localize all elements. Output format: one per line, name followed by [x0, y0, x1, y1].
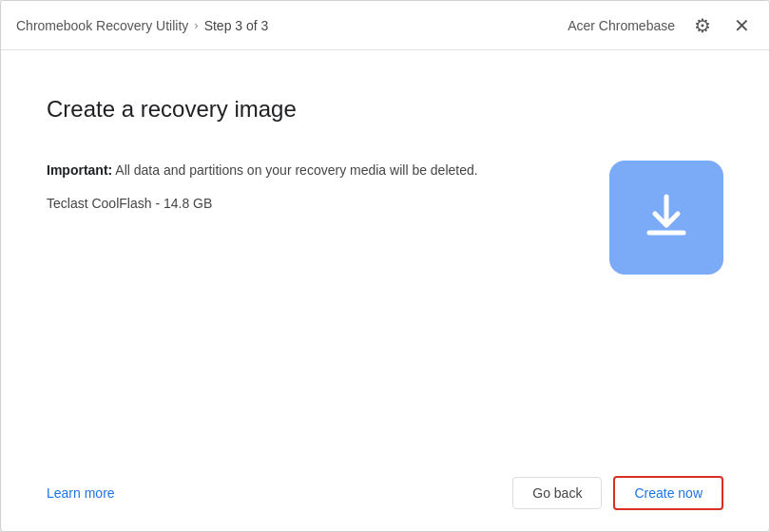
breadcrumb-chevron: › [194, 18, 198, 32]
titlebar: Chromebook Recovery Utility › Step 3 of … [1, 1, 769, 50]
footer-buttons: Go back Create now [512, 476, 723, 510]
warning-message: All data and partitions on your recovery… [112, 162, 477, 178]
footer: Learn more Go back Create now [1, 455, 769, 531]
page-title: Create a recovery image [47, 96, 723, 123]
download-icon [638, 189, 695, 246]
gear-icon: ⚙ [694, 14, 711, 37]
warning-prefix: Important: [47, 162, 112, 178]
go-back-button[interactable]: Go back [512, 477, 602, 509]
learn-more-link[interactable]: Learn more [47, 485, 115, 501]
app-name: Chromebook Recovery Utility [16, 18, 188, 33]
close-icon: ✕ [734, 14, 750, 37]
titlebar-left: Chromebook Recovery Utility › Step 3 of … [16, 18, 268, 33]
close-button[interactable]: ✕ [730, 10, 754, 41]
device-name: Acer Chromebase [568, 18, 675, 33]
main-content: Create a recovery image Important: All d… [1, 50, 769, 455]
create-now-button[interactable]: Create now [613, 476, 723, 510]
settings-button[interactable]: ⚙ [690, 10, 715, 41]
titlebar-right: Acer Chromebase ⚙ ✕ [568, 10, 754, 41]
device-info: Teclast CoolFlash - 14.8 GB [47, 196, 571, 211]
warning-text: Important: All data and partitions on yo… [47, 161, 571, 180]
content-body: Important: All data and partitions on yo… [47, 161, 723, 275]
step-label: Step 3 of 3 [204, 18, 269, 33]
app-window: Chromebook Recovery Utility › Step 3 of … [0, 0, 770, 532]
download-icon-box [609, 161, 723, 275]
content-left: Important: All data and partitions on yo… [47, 161, 571, 211]
